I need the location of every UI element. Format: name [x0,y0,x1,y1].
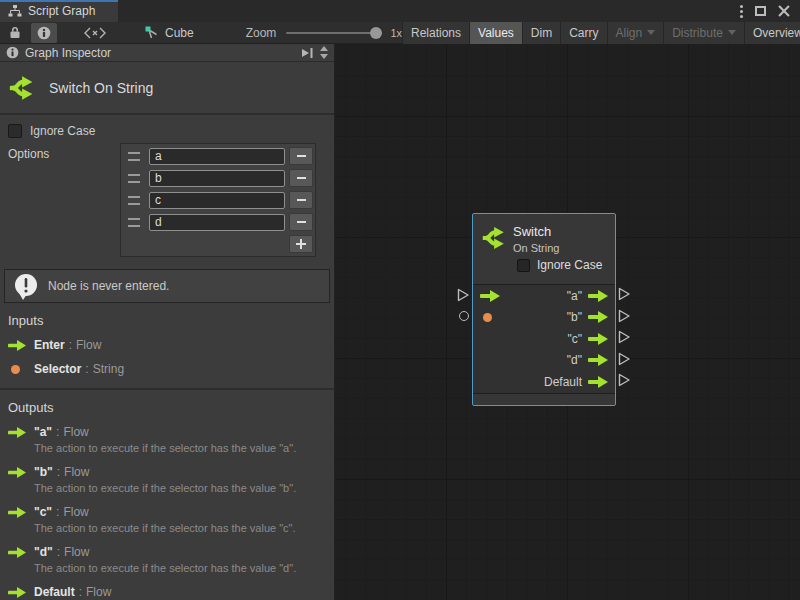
flow-out-port-icon[interactable] [588,354,608,366]
outputs-section: Outputs "a":Flow The action to execute i… [0,390,334,600]
flow-out-port-icon[interactable] [588,290,608,302]
inputs-section: Inputs Enter:Flow Selector:String [0,303,334,388]
port-description: The action to execute if the selector ha… [34,562,326,575]
node-header[interactable]: Switch On String Ignore Case [473,214,615,284]
ignore-case-label: Ignore Case [537,258,602,272]
dim-button[interactable]: Dim [522,22,560,44]
option-input[interactable] [149,214,285,231]
tab-script-graph[interactable]: Script Graph [0,0,118,22]
flow-arrow-icon [8,467,26,478]
inputs-header: Inputs [8,313,326,328]
output-connection-triangle[interactable] [618,287,631,301]
chevron-down-icon [728,30,736,35]
node-port-row: "c" [473,328,615,350]
minus-icon [297,199,306,201]
option-input[interactable] [149,170,285,187]
option-input[interactable] [149,192,285,209]
output-connection-triangle[interactable] [618,309,631,323]
window-close-icon[interactable] [778,5,790,17]
remove-option-button[interactable] [289,213,313,231]
scroll-down-icon[interactable] [320,54,328,59]
lock-icon [9,26,21,39]
distribute-button: Distribute [663,22,744,44]
drag-handle-icon[interactable] [128,152,140,161]
node-subtitle: On String [513,242,559,254]
option-row [123,167,313,189]
input-port-row: Selector:String [8,362,326,376]
values-button[interactable]: Values [469,22,522,44]
drag-handle-icon[interactable] [128,174,140,183]
graph-inspector-panel: Graph Inspector S [0,44,335,600]
tab-bar: Script Graph [0,0,800,22]
dock-panel-icon[interactable] [301,47,314,59]
switch-icon [481,224,509,252]
ignore-case-row: Ignore Case [8,123,326,139]
port-label: "d" [567,353,582,367]
inspector-toggle-button[interactable] [31,23,57,43]
flow-out-port-icon[interactable] [588,333,608,345]
node-body: "a" "b" "c" [473,284,615,393]
output-connection-triangle[interactable] [618,330,631,344]
zoom-slider-handle[interactable] [370,27,382,39]
input-port-row: Enter:Flow [8,338,326,352]
zoom-slider[interactable] [286,32,382,34]
remove-option-button[interactable] [289,169,313,187]
option-input[interactable] [149,148,285,165]
node-ignore-case-row: Ignore Case [517,258,602,272]
drag-handle-icon[interactable] [128,196,140,205]
add-option-button[interactable] [289,235,313,253]
switch-on-string-node[interactable]: Switch On String Ignore Case "a" [472,213,616,406]
minus-icon [297,177,306,179]
node-footer [473,393,615,406]
flow-arrow-icon [8,507,26,518]
toolbar-buttons: Relations Values Dim Carry Align Distrib… [402,22,800,44]
warning-bubble-icon [13,273,39,300]
flow-out-port-icon[interactable] [588,376,608,388]
output-port-row: Default:Flow [8,585,326,599]
scroll-up-icon[interactable] [320,46,328,51]
carry-button[interactable]: Carry [560,22,606,44]
selector-port-icon[interactable] [483,313,492,322]
scroll-spinner[interactable] [320,46,328,59]
remove-option-button[interactable] [289,191,313,209]
unity-graph-window: Script Graph [0,0,800,600]
node-port-row: "d" [473,350,615,372]
add-option-row [123,233,313,255]
zoom-value: 1x [390,27,402,39]
output-connection-triangle[interactable] [618,373,631,387]
edit-source-button[interactable] [61,22,129,44]
ignore-case-label: Ignore Case [30,124,95,138]
window-maximize-icon[interactable] [755,6,766,16]
window-controls [740,0,800,22]
option-row [123,211,313,233]
options-label: Options [8,143,120,257]
outputs-header: Outputs [8,400,326,415]
flow-arrow-icon [8,547,26,558]
inspector-header: Graph Inspector [0,44,334,62]
option-row [123,145,313,167]
ignore-case-checkbox[interactable] [8,124,22,138]
enter-port-icon[interactable] [480,290,500,302]
selector-connection-circle[interactable] [459,311,469,321]
graph-breadcrumb[interactable]: Cube [145,26,194,40]
chevron-down-icon [647,30,655,35]
relations-button[interactable]: Relations [402,22,469,44]
node-port-row: "b" [473,307,615,329]
drag-handle-icon[interactable] [128,218,140,227]
warning-box: Node is never entered. [4,269,330,303]
output-connection-triangle[interactable] [618,352,631,366]
lock-button[interactable] [3,22,27,44]
port-description: The action to execute if the selector ha… [34,442,326,455]
ignore-case-checkbox[interactable] [517,259,530,272]
window-menu-icon[interactable] [740,10,743,13]
info-icon [37,26,51,40]
node-title: Switch On String [49,80,153,96]
warning-text: Node is never entered. [48,279,169,293]
script-graph-icon [8,5,22,17]
option-row [123,189,313,211]
enter-connection-triangle[interactable] [457,288,470,302]
overview-button[interactable]: Overview [744,22,800,44]
remove-option-button[interactable] [289,147,313,165]
flow-out-port-icon[interactable] [588,311,608,323]
graph-canvas[interactable]: Switch On String Ignore Case "a" [335,44,800,600]
